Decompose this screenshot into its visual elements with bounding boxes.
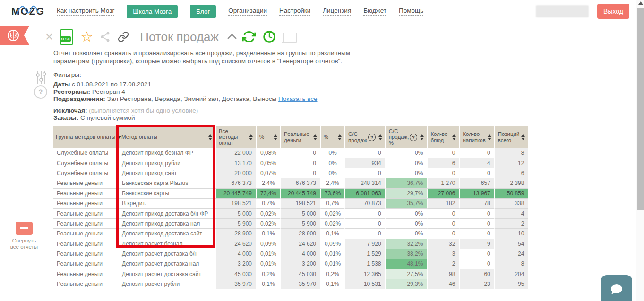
col-header-pct-all[interactable]: % <box>256 126 280 148</box>
col-label: Кол-во напитков <box>463 131 485 143</box>
col-header-dishes[interactable]: Кол-во блюд <box>427 126 459 148</box>
help-icon[interactable]: ? <box>368 133 376 141</box>
value-cell: 0,01% <box>256 259 280 269</box>
vertical-scrollbar[interactable] <box>636 0 644 301</box>
value-cell: 10 531 <box>344 279 385 289</box>
value-cell: 934 <box>344 158 385 168</box>
filters-sliders-icon <box>36 70 46 84</box>
close-icon[interactable]: × <box>45 30 53 43</box>
value-cell: 27,5% <box>385 269 427 279</box>
col-header-method[interactable]: Метод оплаты <box>118 126 215 148</box>
table-row: Реальные деньгиДепозит расчет доставка с… <box>53 269 528 279</box>
table-row: Реальные деньгиДепозит приход доставка б… <box>53 209 528 218</box>
table-row: Реальные деньгиДепозит расчет доставка б… <box>53 249 528 259</box>
sort-icon[interactable] <box>521 134 525 140</box>
col-header-drinks[interactable]: Кол-во напитков <box>459 126 494 148</box>
scroll-up-arrow-icon[interactable] <box>638 1 643 5</box>
method-cell: Депозит расчет доставка б/н <box>118 249 215 259</box>
value-cell: 0,2% <box>256 269 280 279</box>
method-cell: Депозит расчет доставка нал <box>118 259 215 269</box>
value-cell: 0 <box>427 148 459 158</box>
value-cell: 1 538 <box>344 259 385 269</box>
value-cell: 0,7% <box>256 199 280 209</box>
sort-icon[interactable] <box>488 134 491 140</box>
table-row: Реальные деньгиДепозит приход доставка с… <box>53 229 528 239</box>
value-cell: 13 170 <box>215 158 256 168</box>
value-cell: 676 373 <box>280 178 320 188</box>
collapse-all-button[interactable] <box>16 222 33 235</box>
export-xlsx-icon[interactable]: XLSX <box>60 29 73 45</box>
mozg-logo[interactable]: MOZG <box>11 3 41 19</box>
filter-departments: Подразделения: Зал Ресторана, Веранда, З… <box>53 95 318 103</box>
favorite-star-icon[interactable]: ☆ <box>80 30 93 44</box>
nav-item[interactable]: Настройки <box>279 7 310 16</box>
value-cell: 12 365 <box>344 269 385 279</box>
group-cell: Реальные деньги <box>53 279 118 289</box>
scrollbar-thumb[interactable] <box>637 8 644 210</box>
nav-item[interactable]: Организации <box>228 7 267 16</box>
value-cell: 28 900 <box>215 229 256 239</box>
value-cell: 0 <box>427 168 459 178</box>
value-cell: 6 <box>427 158 459 168</box>
monitor-icon[interactable] <box>283 33 297 42</box>
refresh-icon[interactable] <box>242 30 256 43</box>
value-cell: 35 970 <box>215 279 256 289</box>
group-cell: Служебные оплаты <box>53 168 118 178</box>
method-cell: Депозит расчет безнал <box>118 239 215 249</box>
help-icon[interactable]: ? <box>409 133 418 141</box>
value-cell: 5 000 <box>215 209 256 218</box>
collapse-chevron-icon[interactable] <box>227 33 237 43</box>
nav-item[interactable]: Лицензия <box>323 7 351 16</box>
method-cell: Депозит расчет доставка сайт <box>118 269 215 279</box>
col-header-positions[interactable]: Позиций всего <box>494 126 528 148</box>
table-row: Реальные деньгиДепозит приход доставка н… <box>53 219 528 229</box>
sort-icon[interactable] <box>208 134 212 140</box>
show-all-link[interactable]: Показать все <box>278 95 317 102</box>
schedule-clock-icon[interactable] <box>263 30 276 43</box>
top-nav: MOZG Как настроить МозгШкола МозгаБлогОр… <box>0 0 636 23</box>
sort-icon[interactable] <box>420 134 424 140</box>
col-label: Реальные деньги <box>284 131 311 143</box>
brain-icon <box>7 29 20 42</box>
value-cell: 32,2% <box>385 239 427 249</box>
value-cell: 32 <box>427 239 459 249</box>
sort-icon[interactable] <box>338 134 342 140</box>
col-header-group[interactable]: Группа методов оплаты <box>53 126 118 148</box>
value-cell: 0% <box>320 158 344 168</box>
question-icon[interactable]: ? <box>33 84 48 100</box>
link-icon[interactable] <box>118 31 129 42</box>
value-cell: 0 <box>427 209 459 218</box>
value-cell: 3 200 <box>280 259 320 269</box>
nav-item[interactable]: Бюджет <box>363 7 386 16</box>
value-cell: 2 398 <box>494 178 528 188</box>
value-cell: 0 <box>344 229 385 239</box>
nav-item[interactable]: Блог <box>190 5 216 18</box>
report-title: Поток продаж <box>140 30 219 44</box>
nav-item[interactable]: Помощь <box>399 7 423 16</box>
nav-item[interactable]: Школа Мозга <box>127 5 178 18</box>
filter-restaurants: Рестораны: Ресторан 4 <box>53 88 318 96</box>
logout-button[interactable]: Выход <box>597 4 629 19</box>
value-cell: 6 <box>494 168 528 178</box>
filters-heading: Фильтры: <box>53 71 81 78</box>
value-cell: 73,6% <box>320 189 344 199</box>
table-header-row: Группа методов оплатыМетод оплатыВсе мет… <box>53 126 528 148</box>
col-header-cost-pct[interactable]: С/С продаж, %? <box>385 126 427 148</box>
table-row: Служебные оплатыДепозит приход безнал ФР… <box>53 148 528 158</box>
chat-button[interactable] <box>601 275 632 301</box>
user-account-blurred[interactable] <box>536 5 589 17</box>
col-header-pct-real[interactable]: % <box>320 126 344 148</box>
sort-icon[interactable] <box>249 134 253 140</box>
col-header-all-methods[interactable]: Все методы оплат <box>215 126 256 148</box>
value-cell: 4 000 <box>280 249 320 259</box>
value-cell: 29,3% <box>385 279 427 289</box>
sort-icon[interactable] <box>452 134 456 140</box>
sort-icon[interactable] <box>274 134 277 140</box>
sort-icon[interactable] <box>313 134 317 140</box>
sort-icon[interactable] <box>378 134 382 140</box>
share-icon[interactable] <box>100 31 111 42</box>
col-header-cost[interactable]: С/С продаж? <box>344 126 385 148</box>
report-description: Отчет позволяет сравнить и проанализиров… <box>53 50 350 65</box>
col-header-real-money[interactable]: Реальные деньги <box>280 126 320 148</box>
nav-item[interactable]: Как настроить Мозг <box>57 7 114 16</box>
